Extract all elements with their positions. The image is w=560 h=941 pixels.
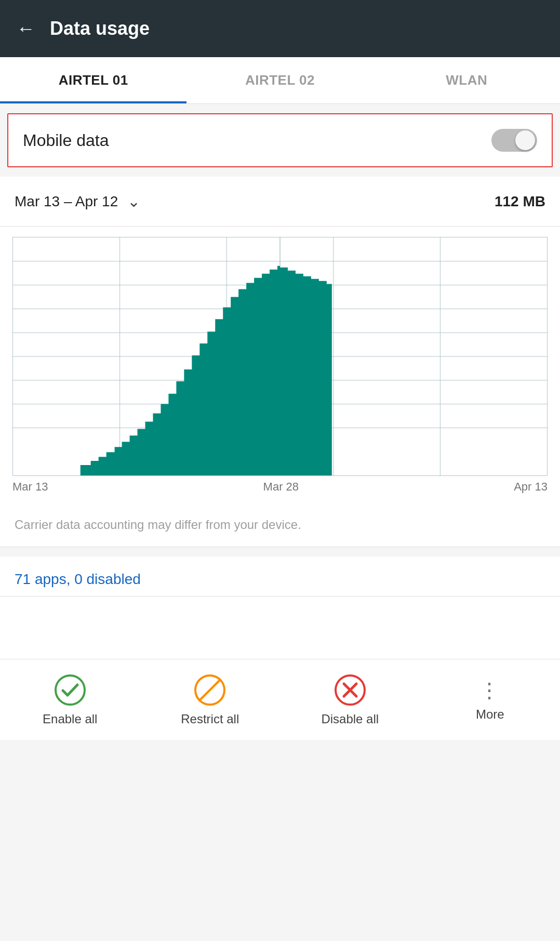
svg-marker-13 [81,266,332,475]
ban-circle-icon [193,673,226,707]
tab-airtel01[interactable]: AIRTEL 01 [0,57,186,103]
x-circle-icon [334,673,367,707]
dots-vertical-icon: ⋮ [479,678,501,702]
apps-list-area [0,597,560,659]
more-label: More [476,707,504,722]
mobile-data-label: Mobile data [23,131,109,150]
data-chart [13,237,547,475]
disable-all-label: Disable all [321,712,379,726]
toggle-knob [515,130,535,150]
date-range-text: Mar 13 – Apr 12 [15,193,118,210]
svg-point-14 [56,675,85,705]
restrict-all-label: Restrict all [181,712,239,726]
tabs-bar: AIRTEL 01 AIRTEL 02 WLAN [0,57,560,104]
chevron-down-icon: ⌄ [127,192,140,210]
apps-summary: 71 apps, 0 disabled [0,556,560,596]
date-range-row[interactable]: Mar 13 – Apr 12 ⌄ 112 MB [0,177,560,227]
mobile-data-row: Mobile data [7,113,553,167]
header: ← Data usage [0,0,560,57]
chart-wrapper [12,237,548,476]
check-circle-icon [54,673,87,707]
restrict-all-button[interactable]: Restrict all [140,659,281,740]
back-button[interactable]: ← [17,18,35,39]
chart-label-end: Apr 13 [514,480,548,494]
spacer [0,547,560,556]
svg-line-16 [199,680,220,700]
enable-all-label: Enable all [43,712,97,726]
apps-count: 71 apps, 0 disabled [15,571,141,587]
page-title: Data usage [50,18,150,39]
data-size: 112 MB [495,193,545,210]
enable-all-button[interactable]: Enable all [0,659,140,740]
chart-label-start: Mar 13 [12,480,48,494]
bottom-action-bar: Enable all Restrict all Disable all ⋮ Mo… [0,659,560,740]
tab-wlan[interactable]: WLAN [374,57,560,103]
chart-labels: Mar 13 Mar 28 Apr 13 [12,476,548,502]
more-button[interactable]: ⋮ More [420,659,561,740]
mobile-data-toggle[interactable] [491,129,537,152]
chart-label-mid: Mar 28 [263,480,299,494]
tab-airtel02[interactable]: AIRTEL 02 [186,57,373,103]
chart-container: Mar 13 Mar 28 Apr 13 [0,227,560,507]
carrier-note: Carrier data accounting may differ from … [0,507,560,547]
disable-all-button[interactable]: Disable all [280,659,420,740]
